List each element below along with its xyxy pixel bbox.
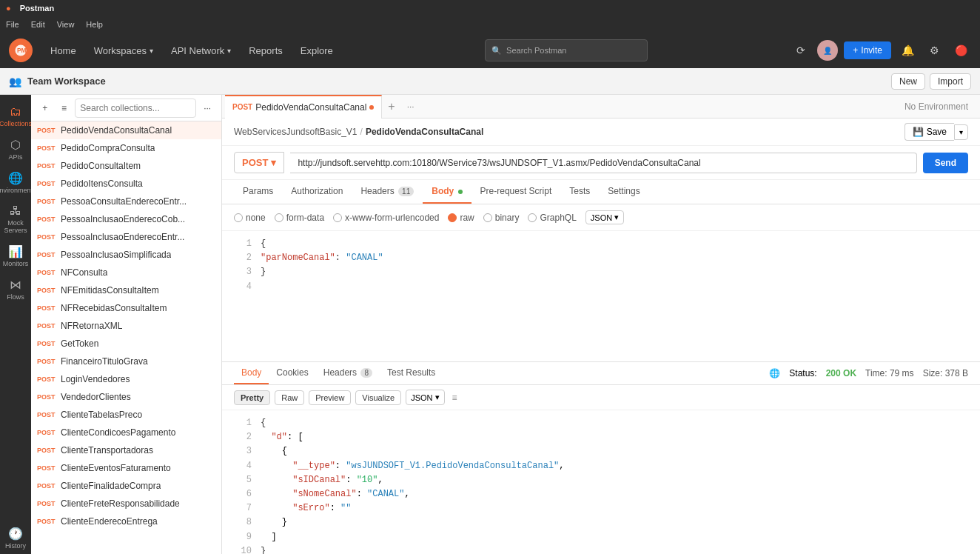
json-format-selector[interactable]: JSON ▾	[585, 210, 624, 224]
tab-params[interactable]: Params	[234, 180, 282, 204]
list-item[interactable]: POSTNFConsulta	[31, 264, 221, 281]
list-item[interactable]: POSTNFEmitidasConsultaItem	[31, 281, 221, 299]
tab-authorization[interactable]: Authorization	[282, 180, 352, 204]
send-button[interactable]: Send	[923, 153, 968, 173]
menu-view[interactable]: View	[57, 20, 75, 29]
sync-icon[interactable]: ⟳	[791, 40, 811, 61]
tab-tests[interactable]: Tests	[560, 180, 599, 204]
raw-radio[interactable]: raw	[448, 213, 474, 223]
code-line: 2 "parNomeCanal": "CANAL"	[234, 251, 968, 265]
graphql-radio[interactable]: GraphQL	[528, 213, 576, 223]
new-button[interactable]: New	[891, 73, 925, 90]
avatar[interactable]: 👤	[817, 40, 838, 61]
monitors-icon: 📊	[8, 244, 23, 258]
form-data-radio[interactable]: form-data	[275, 213, 324, 223]
invite-button[interactable]: + Invite	[844, 41, 891, 59]
preview-view-button[interactable]: Preview	[309, 390, 351, 405]
filter-button[interactable]: ≡	[56, 99, 73, 117]
url-bar: POST ▾ Send	[222, 146, 980, 180]
list-item[interactable]: POSTClienteTransportadoras	[31, 441, 221, 459]
list-item[interactable]: POSTPessoaInclusaoEnderecoCob...	[31, 210, 221, 228]
list-item[interactable]: POSTVendedorClientes	[31, 388, 221, 406]
list-item[interactable]: POSTFinanceiroTituloGrava	[31, 353, 221, 370]
list-item[interactable]: POSTClienteFreteResponsabilidade	[31, 495, 221, 513]
list-item[interactable]: POSTPedidoCompraConsulta	[31, 139, 221, 157]
nav-api-network[interactable]: API Network▾	[162, 33, 240, 68]
mock-servers-icon: 🖧	[10, 204, 21, 218]
settings-icon[interactable]: ⚙	[924, 40, 944, 61]
none-radio[interactable]: none	[234, 213, 266, 223]
list-item[interactable]: POSTPessoaInclusaoSimplificada	[31, 246, 221, 264]
resp-line: 7 "sErro": ""	[234, 501, 968, 515]
list-item[interactable]: POSTClienteFinalidadeCompra	[31, 477, 221, 495]
item-name: NFEmitidasConsultaItem	[61, 285, 159, 296]
wrap-icon[interactable]: ≡	[452, 393, 457, 403]
resp-tab-body[interactable]: Body	[234, 362, 269, 384]
tab-body[interactable]: Body	[423, 180, 471, 204]
binary-radio[interactable]: binary	[483, 213, 520, 223]
list-item[interactable]: POSTClienteEnderecoEntrega	[31, 513, 221, 530]
list-item[interactable]: POSTPedidoItensConsulta	[31, 175, 221, 193]
app-title: Postman	[20, 4, 54, 13]
nav-workspaces[interactable]: Workspaces▾	[85, 33, 162, 68]
menu-file[interactable]: File	[6, 20, 19, 29]
urlencoded-radio[interactable]: x-www-form-urlencoded	[333, 213, 439, 223]
save-dropdown-button[interactable]: ▾	[954, 124, 968, 140]
resp-line: 10 }	[234, 544, 968, 554]
sidebar-item-flows[interactable]: ⋈ Flows	[1, 273, 30, 305]
tab-pre-request-script[interactable]: Pre-request Script	[471, 180, 561, 204]
tab-headers[interactable]: Headers 11	[352, 180, 423, 204]
collection-search-input[interactable]	[75, 99, 196, 118]
list-item[interactable]: POSTClienteTabelasPreco	[31, 406, 221, 424]
resp-line: 4 "__type": "wsJUNDSOFT_V1.PedidoVendaCo…	[234, 459, 968, 473]
import-button[interactable]: Import	[930, 73, 971, 90]
response-format-selector[interactable]: JSON ▾	[406, 390, 444, 405]
nav-home[interactable]: Home	[41, 33, 85, 68]
item-name: NFConsulta	[61, 267, 107, 278]
list-item[interactable]: POSTGetToken	[31, 335, 221, 353]
search-box[interactable]: 🔍 Search Postman	[485, 39, 648, 61]
method-selector[interactable]: POST ▾	[234, 152, 284, 173]
list-item[interactable]: POSTClienteCondicoesPagamento	[31, 424, 221, 441]
sidebar-item-apis[interactable]: ⬡ APIs	[1, 133, 30, 165]
list-item[interactable]: POSTPedidoVendaConsultaCanal	[31, 121, 221, 139]
list-item[interactable]: POSTLoginVendedores	[31, 370, 221, 388]
url-input[interactable]	[290, 153, 916, 173]
sidebar-item-environments[interactable]: 🌐 Environments	[1, 167, 30, 198]
add-collection-button[interactable]: +	[37, 99, 53, 117]
list-item[interactable]: POSTPessoaInclusaoEnderecoEntr...	[31, 228, 221, 246]
active-tab[interactable]: POST PedidoVendaConsultaCanal	[225, 95, 382, 119]
list-item[interactable]: POSTPedidoConsultaItem	[31, 157, 221, 175]
resp-tab-cookies[interactable]: Cookies	[269, 362, 315, 384]
sidebar-item-mock-servers[interactable]: 🖧 Mock Servers	[1, 200, 30, 238]
tab-settings[interactable]: Settings	[599, 180, 648, 204]
nav-reports[interactable]: Reports	[240, 33, 292, 68]
tab-more-button[interactable]: ···	[401, 101, 420, 112]
visualize-view-button[interactable]: Visualize	[355, 390, 401, 405]
list-item[interactable]: POSTClienteEventosFaturamento	[31, 459, 221, 477]
more-options-button[interactable]: ···	[199, 99, 215, 117]
list-item[interactable]: POSTPessoaConsultaEnderecoEntr...	[31, 193, 221, 210]
sidebar-item-collections[interactable]: 🗂 Collections	[1, 101, 30, 132]
raw-view-button[interactable]: Raw	[275, 390, 304, 405]
resp-tab-headers[interactable]: Headers 8	[316, 362, 380, 384]
pretty-view-button[interactable]: Pretty	[234, 390, 270, 405]
alert-icon[interactable]: 🔴	[950, 40, 971, 61]
menu-edit[interactable]: Edit	[31, 20, 45, 29]
sidebar-item-history[interactable]: 🕐 History	[1, 522, 30, 554]
breadcrumb-parent[interactable]: WebServicesJundsoftBasic_V1	[234, 127, 358, 137]
new-tab-button[interactable]: +	[382, 100, 400, 113]
save-button[interactable]: 💾 Save	[905, 123, 954, 141]
app-logo[interactable]: PM	[9, 39, 33, 62]
request-body-editor[interactable]: 1 { 2 "parNomeCanal": "CANAL" 3 } 4	[222, 231, 980, 361]
resp-tab-test-results[interactable]: Test Results	[380, 362, 443, 384]
item-name: ClienteFinalidadeCompra	[61, 481, 161, 491]
nav-explore[interactable]: Explore	[292, 33, 342, 68]
notification-bell-icon[interactable]: 🔔	[897, 40, 918, 61]
list-item[interactable]: POSTNFRecebidasConsultaItem	[31, 299, 221, 317]
svg-text:PM: PM	[17, 47, 27, 54]
menu-help[interactable]: Help	[86, 20, 103, 29]
list-item[interactable]: POSTNFRetornaXML	[31, 317, 221, 335]
code-line: 3 }	[234, 265, 968, 279]
sidebar-item-monitors[interactable]: 📊 Monitors	[1, 240, 30, 272]
